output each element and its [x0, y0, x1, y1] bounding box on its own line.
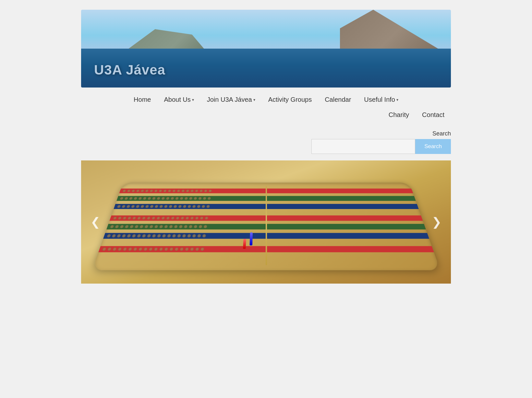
search-button[interactable]: Search	[415, 139, 451, 154]
nav-about-chevron: ▾	[192, 98, 194, 102]
nav-item-join[interactable]: Join U3A Jávea ▾	[200, 93, 262, 106]
search-label: Search	[432, 130, 451, 137]
nav-contact-label: Contact	[422, 111, 444, 119]
slide-image	[81, 160, 451, 284]
nav-charity-label: Charity	[389, 111, 409, 119]
nav-calendar-label: Calendar	[325, 96, 351, 103]
prev-arrow-icon: ❮	[91, 215, 100, 229]
nav-item-home[interactable]: Home	[127, 93, 157, 106]
nav-item-contact[interactable]: Contact	[416, 109, 451, 121]
nav-item-activity[interactable]: Activity Groups	[262, 93, 318, 106]
nav-home-label: Home	[134, 96, 151, 103]
slide-next-button[interactable]: ❯	[429, 214, 444, 230]
next-arrow-icon: ❯	[432, 215, 441, 229]
cribbage-board	[92, 182, 440, 270]
site-title: U3A Jávea	[94, 62, 165, 78]
board-divider	[265, 186, 267, 265]
slideshow: ❮ ❯	[81, 160, 451, 284]
peg-red	[243, 239, 246, 249]
nav-useful-label: Useful Info	[364, 96, 395, 103]
nav-useful-chevron: ▾	[396, 98, 398, 102]
peg-blue	[249, 232, 253, 245]
nav-about-label: About Us	[164, 96, 190, 103]
nav-row-secondary: Charity Contact	[81, 109, 451, 121]
search-section: Search Search	[81, 130, 451, 154]
slide-prev-button[interactable]: ❮	[88, 214, 103, 230]
cribbage-board-bg	[81, 160, 451, 284]
nav-join-label: Join U3A Jávea	[207, 96, 252, 103]
nav-row-primary: Home About Us ▾ Join U3A Jávea ▾ Activit…	[81, 93, 451, 106]
nav-item-useful[interactable]: Useful Info ▾	[357, 93, 405, 106]
nav-join-chevron: ▾	[253, 98, 255, 102]
banner-scene: U3A Jávea	[81, 10, 451, 88]
search-input[interactable]	[311, 139, 415, 154]
nav-item-calendar[interactable]: Calendar	[318, 93, 357, 106]
nav-activity-label: Activity Groups	[268, 96, 312, 103]
site-banner: U3A Jávea	[81, 10, 451, 88]
main-nav: Home About Us ▾ Join U3A Jávea ▾ Activit…	[81, 88, 451, 127]
nav-item-about[interactable]: About Us ▾	[157, 93, 200, 106]
search-row: Search	[311, 139, 451, 154]
nav-item-charity[interactable]: Charity	[382, 109, 416, 121]
